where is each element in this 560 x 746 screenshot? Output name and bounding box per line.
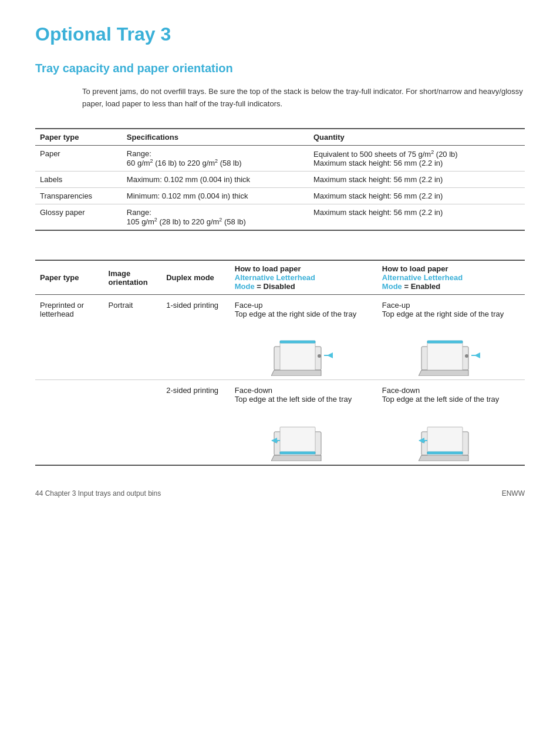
col-load-enabled: How to load paper Alternative Letterhead… [377,260,525,295]
svg-rect-16 [280,427,315,455]
tray-capacity-table: Paper type Specifications Quantity Paper… [35,128,525,231]
col-paper-type: Paper type [35,129,122,146]
paper-type-cell: Transparencies [35,187,122,204]
tray-svg [419,323,483,376]
table-row: Transparencies Minimum: 0.102 mm (0.004 … [35,187,525,204]
svg-marker-15 [271,455,321,461]
col-duplex-mode: Duplex mode [161,260,230,295]
qty-cell: Equivalent to 500 sheets of 75 g/m2 (20 … [309,145,525,171]
tray-svg [419,408,483,461]
load-disabled-cell diagram-cell: Face-up Top edge at the right side of th… [230,295,377,380]
spec-cell: Maximum: 0.102 mm (0.004 in) thick [122,171,309,187]
section-title: Tray capacity and paper orientation [35,62,525,75]
table-row: Preprinted orletterhead Portrait 1-sided… [35,295,525,380]
svg-marker-1 [271,370,321,376]
footer-right: ENWW [502,489,525,498]
paper-type-cell: Preprinted orletterhead [35,295,104,380]
col-image-orientation: Imageorientation [104,260,162,295]
svg-rect-10 [427,341,463,343]
orientation-cell [104,380,162,466]
paper-type-cell [35,380,104,466]
load-enabled-cell diagram-cell: Face-up Top edge at the right side of th… [377,295,525,380]
paper-type-cell: Paper [35,145,122,171]
svg-point-4 [318,354,321,358]
page-footer: 44 Chapter 3 Input trays and output bins… [35,489,525,498]
paper-orientation-table: Paper type Imageorientation Duplex mode … [35,260,525,466]
alt-letterhead-disabled-label: Alternative LetterheadMode [235,273,315,291]
svg-rect-23 [427,427,463,455]
svg-rect-17 [280,452,315,454]
spec-cell: Minimum: 0.102 mm (0.004 in) thick [122,187,309,204]
table-row: Paper Range: 60 g/m2 (16 lb) to 220 g/m2… [35,145,525,171]
col-paper-type: Paper type [35,260,104,295]
table-row: Labels Maximum: 0.102 mm (0.004 in) thic… [35,171,525,187]
qty-cell: Maximum stack height: 56 mm (2.2 in) [309,187,525,204]
load-disabled-cell diagram-cell: Face-down Top edge at the left side of t… [230,380,377,466]
tray-diagram-disabled-1sided [235,323,373,376]
col-load-disabled: How to load paper Alternative Letterhead… [230,260,377,295]
qty-cell: Maximum stack height: 56 mm (2.2 in) [309,204,525,230]
svg-rect-2 [280,342,315,370]
svg-marker-8 [419,370,468,376]
svg-rect-24 [427,452,463,454]
load-enabled-cell diagram-cell: Face-down Top edge at the left side of t… [377,380,525,466]
table-row: Glossy paper Range: 105 g/m2 (28 lb) to … [35,204,525,230]
svg-rect-3 [280,341,315,343]
footer-left: 44 Chapter 3 Input trays and output bins [35,489,161,498]
tray-svg [271,408,336,461]
intro-text: To prevent jams, do not overfill trays. … [82,86,525,110]
col-specifications: Specifications [122,129,309,146]
orientation-cell: Portrait [104,295,162,380]
table-row: 2-sided printing Face-down Top edge at t… [35,380,525,466]
paper-type-cell: Glossy paper [35,204,122,230]
svg-marker-22 [419,455,468,461]
spec-cell: Range: 105 g/m2 (28 lb) to 220 g/m2 (58 … [122,204,309,230]
duplex-cell: 1-sided printing [161,295,230,380]
page-title: Optional Tray 3 [35,23,525,45]
col-quantity: Quantity [309,129,525,146]
duplex-cell: 2-sided printing [161,380,230,466]
spec-cell: Range: 60 g/m2 (16 lb) to 220 g/m2 (58 l… [122,145,309,171]
svg-point-11 [465,354,468,358]
qty-cell: Maximum stack height: 56 mm (2.2 in) [309,171,525,187]
tray-diagram-enabled-2sided [382,408,520,461]
tray-diagram-enabled-1sided [382,323,520,376]
svg-rect-9 [427,342,463,370]
tray-diagram-disabled-2sided [235,408,373,461]
paper-type-cell: Labels [35,171,122,187]
tray-svg [271,323,336,376]
